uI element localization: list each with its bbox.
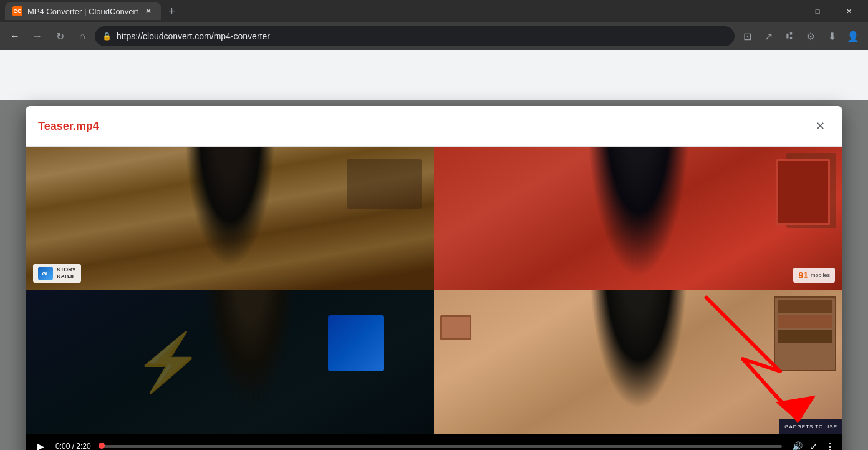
video-cell-top-left: GL STORY KABJI	[26, 147, 434, 290]
title-bar: CC MP4 Converter | CloudConvert ✕ + — □ …	[0, 0, 868, 22]
cast-button[interactable]: ⊡	[737, 26, 757, 46]
more-options-button[interactable]: ⋮	[825, 441, 835, 451]
modal-close-button[interactable]: ✕	[810, 116, 830, 136]
settings-button[interactable]: ⚙	[801, 26, 821, 46]
tab-close-button[interactable]: ✕	[143, 6, 153, 16]
toolbar-icons: ⊡ ↗ ⑆ ⚙ ⬇ 👤	[737, 26, 863, 46]
video-frame-br	[434, 290, 842, 434]
new-tab-button[interactable]: +	[163, 2, 181, 20]
refresh-button[interactable]: ↻	[50, 26, 70, 46]
watermark-top-left: GL STORY KABJI	[33, 264, 81, 283]
forward-button[interactable]: →	[27, 26, 47, 46]
modal-title: Teaser.mp4	[38, 120, 99, 133]
shelf-tr	[786, 153, 836, 228]
bookshelf-br	[774, 296, 836, 371]
watermark-text-tl: STORY KABJI	[57, 267, 76, 280]
minimize-button[interactable]: —	[772, 0, 801, 22]
browser-tab[interactable]: CC MP4 Converter | CloudConvert ✕	[5, 2, 161, 20]
plant-tr	[799, 165, 811, 184]
address-bar[interactable]: 🔒 https://cloudconvert.com/mp4-converter	[95, 26, 735, 46]
address-text: https://cloudconvert.com/mp4-converter	[117, 31, 727, 41]
watermark-logo: GL	[38, 267, 53, 280]
blue-panel	[328, 315, 384, 371]
video-controls: ▶ 0:00 / 2:20 🔊 ⤢ ⋮	[26, 434, 842, 450]
video-frame-tr	[434, 147, 842, 290]
progress-bar[interactable]	[101, 445, 782, 448]
share-button[interactable]: ↗	[758, 26, 778, 46]
window-close-button[interactable]: ✕	[834, 0, 863, 22]
extensions-button[interactable]: ⑆	[779, 26, 799, 46]
maximize-button[interactable]: □	[803, 0, 832, 22]
video-cell-top-right: 91 mobiles	[434, 147, 842, 290]
watermark-mobiles-text: mobiles	[811, 272, 830, 278]
modal-header: Teaser.mp4 ✕	[26, 106, 842, 147]
window-controls: — □ ✕	[772, 0, 863, 22]
browser-chrome: CC MP4 Converter | CloudConvert ✕ + — □ …	[0, 0, 868, 50]
person-br	[581, 290, 696, 434]
picture-frame-br	[440, 315, 471, 340]
tab-title: MP4 Converter | CloudConvert	[27, 7, 138, 16]
fullscreen-button[interactable]: ⤢	[810, 441, 817, 450]
profile-button[interactable]: 👤	[843, 26, 863, 46]
play-button[interactable]: ▶	[33, 439, 48, 450]
video-frame-tl	[26, 147, 434, 290]
lightning-icon: ⚡	[133, 334, 203, 390]
video-frame-bl: ⚡	[26, 290, 434, 434]
progress-played	[101, 445, 102, 448]
video-cell-bottom-right: GADGETS TO USE	[434, 290, 842, 434]
preview-modal: Teaser.mp4 ✕	[26, 106, 842, 450]
back-button[interactable]: ←	[5, 26, 25, 46]
gadgets-watermark: GADGETS TO USE	[779, 419, 842, 434]
person-tl	[177, 147, 283, 290]
shelf-items-tl	[347, 159, 422, 209]
modal-overlay: Teaser.mp4 ✕	[0, 100, 868, 450]
page-content: Teaser.mp4 ✕	[0, 50, 868, 450]
person-bl	[196, 290, 305, 434]
lock-icon: 🔒	[102, 32, 112, 41]
download-indicator[interactable]: ⬇	[822, 26, 842, 46]
watermark-top-right: 91 mobiles	[793, 268, 835, 283]
person-tr	[582, 147, 695, 290]
video-grid: GL STORY KABJI	[26, 147, 842, 434]
tab-favicon: CC	[12, 6, 22, 16]
time-display: 0:00 / 2:20	[55, 442, 91, 450]
nav-bar: ← → ↻ ⌂ 🔒 https://cloudconvert.com/mp4-c…	[0, 22, 868, 50]
video-controls-right: 🔊 ⤢ ⋮	[792, 441, 835, 451]
video-container: GL STORY KABJI	[26, 147, 842, 450]
watermark-91: 91	[798, 270, 808, 280]
video-cell-bottom-left: ⚡	[26, 290, 434, 434]
volume-button[interactable]: 🔊	[792, 441, 803, 450]
home-button[interactable]: ⌂	[72, 26, 92, 46]
